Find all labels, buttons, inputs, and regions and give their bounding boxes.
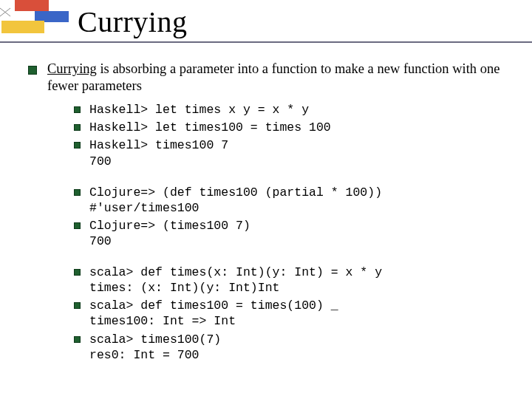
intro-bullet: Currying is absorbing a parameter into a…	[28, 61, 517, 95]
svg-rect-1	[35, 11, 69, 22]
svg-rect-2	[1, 21, 44, 33]
code-text: scala> def times100 = times(100) _ times…	[89, 298, 338, 329]
code-text: Clojure=> (times100 7) 700	[89, 218, 250, 249]
intro-text: Currying is absorbing a parameter into a…	[47, 61, 517, 95]
svg-rect-0	[15, 0, 49, 11]
code-text: Haskell> times100 7 700	[89, 137, 228, 168]
code-text: Clojure=> (def times100 (partial * 100))…	[89, 185, 382, 216]
square-bullet-icon	[74, 302, 81, 309]
code-text: scala> def times(x: Int)(y: Int) = x * y…	[89, 265, 382, 296]
intro-rest: is absorbing a parameter into a function…	[47, 61, 499, 93]
square-bullet-icon	[74, 222, 81, 229]
code-line: Clojure=> (times100 7) 700	[74, 218, 517, 249]
square-bullet-icon	[74, 189, 81, 196]
code-line: Clojure=> (def times100 (partial * 100))…	[74, 185, 517, 216]
code-text: Haskell> let times100 = times 100	[89, 120, 331, 135]
code-line: scala> def times(x: Int)(y: Int) = x * y…	[74, 265, 517, 296]
code-line: Haskell> times100 7 700	[74, 137, 517, 168]
square-bullet-icon	[74, 106, 81, 113]
slide-body: Currying is absorbing a parameter into a…	[28, 61, 517, 365]
slide-title: Currying	[78, 4, 187, 39]
corner-decoration	[0, 0, 74, 44]
code-line: Haskell> let times x y = x * y	[74, 102, 517, 117]
code-groups: Haskell> let times x y = x * yHaskell> l…	[74, 102, 517, 363]
group-gap	[74, 251, 517, 265]
code-line: scala> def times100 = times(100) _ times…	[74, 298, 517, 329]
slide: Currying Currying is absorbing a paramet…	[0, 0, 532, 399]
code-line: Haskell> let times100 = times 100	[74, 120, 517, 135]
square-bullet-icon	[74, 124, 81, 131]
code-line: scala> times100(7) res0: Int = 700	[74, 332, 517, 363]
square-bullet-icon	[74, 269, 81, 276]
group-gap	[74, 171, 517, 185]
square-bullet-icon	[74, 336, 81, 343]
code-text: scala> times100(7) res0: Int = 700	[89, 332, 221, 363]
square-bullet-icon	[28, 66, 37, 75]
code-text: Haskell> let times x y = x * y	[89, 102, 309, 117]
title-underline	[0, 41, 532, 43]
intro-term: Currying	[47, 61, 97, 76]
square-bullet-icon	[74, 142, 81, 149]
